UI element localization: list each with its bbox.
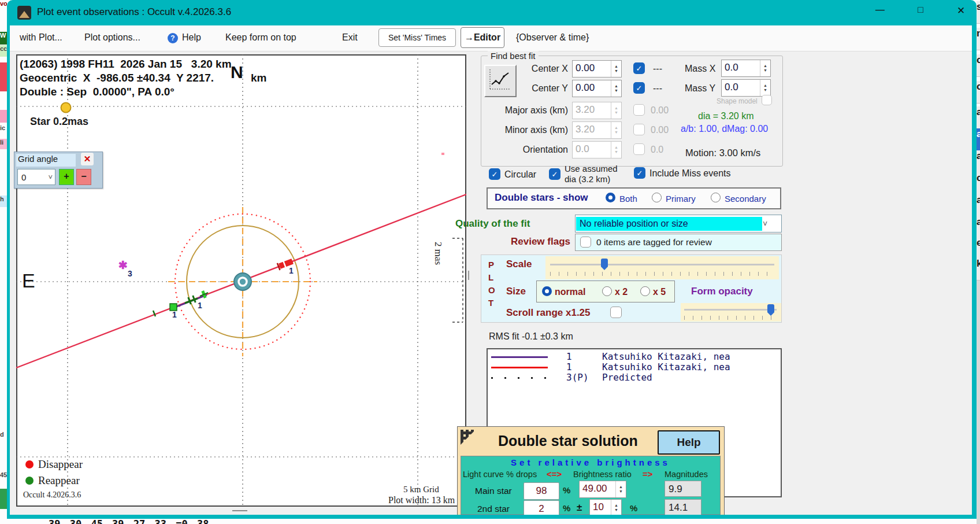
- mass-x-input[interactable]: 0.0 ▲▼: [721, 60, 771, 77]
- use-assumed-checkbox[interactable]: ✓: [549, 168, 560, 180]
- background-window-fragment: [0, 62, 7, 91]
- center-y-label: Center Y: [517, 83, 568, 94]
- major-axis-input[interactable]: 3.20 ▲▼: [572, 102, 622, 119]
- center-y-spinner[interactable]: ▲▼: [611, 80, 621, 97]
- east-label: E: [22, 270, 35, 292]
- minor-axis-checkbox[interactable]: [633, 124, 645, 135]
- background-list-fragment-selected: a: [977, 128, 980, 151]
- background-list-fragment: a: [977, 106, 980, 129]
- size-x5-label: x 5: [653, 287, 666, 297]
- center-marker[interactable]: [234, 273, 251, 290]
- ratio-spinner[interactable]: ▲▼: [615, 481, 626, 497]
- main-star-label: Main star: [475, 486, 512, 496]
- background-list-fragment: [977, 281, 980, 524]
- fit-x-checkbox[interactable]: ✓: [633, 62, 645, 74]
- background-bottom-text: 39 30 45 39 27 33 =0 38: [49, 518, 209, 524]
- grid-angle-minus-button[interactable]: −: [76, 169, 91, 185]
- observation-name: Katsuhiko Kitazaki, nea: [602, 361, 730, 372]
- minimize-icon: —: [875, 5, 885, 14]
- main-drop-input[interactable]: 98: [524, 482, 559, 500]
- include-miss-checkbox[interactable]: ✓: [634, 167, 645, 179]
- background-window-fragment: d: [0, 431, 7, 441]
- background-list-fragment: cl: [977, 81, 980, 104]
- mass-y-spinner[interactable]: ▲▼: [760, 80, 770, 96]
- editor-button[interactable]: →Editor: [461, 27, 504, 48]
- center-x-label: Center X: [517, 64, 568, 74]
- minor-axis-input[interactable]: 3.20 ▲▼: [572, 121, 622, 139]
- reappear-legend-icon: [25, 477, 34, 485]
- resize-grip[interactable]: [232, 510, 247, 511]
- tolerance-spinner[interactable]: ▲▼: [611, 500, 621, 516]
- grid-angle-close-button[interactable]: ✕: [81, 153, 94, 165]
- plot-fit-button[interactable]: [484, 65, 517, 97]
- orientation-spinner[interactable]: ▲▼: [611, 142, 621, 158]
- center-x-input[interactable]: 0.00 ▲▼: [572, 60, 622, 78]
- menu-plot-options[interactable]: Plot options...: [84, 32, 140, 43]
- scale-bar-label: 2 mas: [432, 242, 444, 265]
- brightness-ratio-input[interactable]: 49.00 ▲▼: [579, 481, 626, 498]
- observer3-asterisk-icon[interactable]: ✱: [118, 259, 128, 272]
- x-error-label: ---: [653, 64, 662, 74]
- minor-axis-spinner[interactable]: ▲▼: [611, 122, 621, 138]
- tolerance-input[interactable]: 10 ▲▼: [589, 499, 622, 516]
- double-stars-primary-radio[interactable]: [652, 193, 662, 202]
- splitter-handle[interactable]: [468, 271, 469, 280]
- rms-fit-label: RMS fit -0.1 ±0.3 km: [489, 331, 573, 342]
- review-flags-checkbox[interactable]: [580, 237, 591, 248]
- minimize-button[interactable]: —: [871, 5, 889, 21]
- grid-spacing-label: 5 km Grid: [403, 485, 439, 495]
- mass-x-spinner[interactable]: ▲▼: [760, 60, 770, 76]
- grid-angle-plus-button[interactable]: +: [59, 169, 74, 185]
- close-button[interactable]: ✕: [952, 5, 970, 21]
- opacity-slider-track[interactable]: [684, 309, 777, 311]
- major-axis-spinner[interactable]: ▲▼: [611, 102, 621, 119]
- observation-line-purple: [491, 356, 548, 358]
- plot-double-info: Double : Sep 0.0000", PA 0.0°: [20, 86, 175, 98]
- menu-help[interactable]: Help: [182, 32, 201, 43]
- chord-label: 1: [172, 310, 177, 319]
- arrow-left-right-icon: <=>: [547, 469, 562, 479]
- grid-angle-select[interactable]: 0 ˅: [17, 169, 55, 185]
- form-opacity-label: Form opacity: [691, 286, 753, 297]
- star-marker[interactable]: [61, 103, 71, 113]
- grid-angle-title: Grid angle: [16, 154, 76, 167]
- circular-checkbox[interactable]: ✓: [489, 168, 500, 180]
- set-miss-times-button[interactable]: Set 'Miss' Times: [378, 28, 456, 47]
- background-window-fragment: W: [0, 32, 7, 45]
- fit-y-checkbox[interactable]: ✓: [633, 82, 645, 94]
- center-y-input[interactable]: 0.00 ▲▼: [572, 80, 622, 97]
- mass-y-input[interactable]: 0.0 ▲▼: [721, 79, 771, 97]
- menu-exit[interactable]: Exit: [342, 32, 358, 43]
- help-button[interactable]: Help: [658, 430, 720, 455]
- disappear-legend-icon: [25, 460, 34, 468]
- ratio-column-label: Brightness ratio: [573, 470, 632, 479]
- background-list-fragment: cl: [977, 172, 980, 195]
- double-stars-both-radio[interactable]: [606, 193, 615, 202]
- menu-with-plot[interactable]: with Plot...: [20, 32, 62, 43]
- double-stars-secondary-radio[interactable]: [711, 193, 721, 202]
- size-normal-radio[interactable]: [542, 286, 552, 296]
- orientation-input[interactable]: 0.0 ▲▼: [572, 141, 622, 158]
- plot-geocentric-unit: km: [251, 72, 266, 84]
- background-list-fragment: a: [977, 194, 980, 217]
- size-x5-radio[interactable]: [640, 286, 650, 296]
- background-window-fragment: cc: [0, 45, 7, 57]
- plus-minus-label: ±: [577, 502, 582, 514]
- plot-title: (12063) 1998 FH11 2026 Jan 15 3.20 km: [20, 58, 232, 71]
- scroll-range-checkbox[interactable]: [610, 307, 622, 318]
- size-x2-radio[interactable]: [602, 286, 612, 296]
- major-axis-checkbox[interactable]: [633, 104, 645, 116]
- maximize-button[interactable]: □: [912, 5, 929, 21]
- center-x-spinner[interactable]: ▲▼: [611, 61, 621, 77]
- second-star-label: 2nd star: [477, 504, 510, 514]
- observation-name: Katsuhiko Kitazaki, nea: [602, 351, 730, 362]
- help-icon: ?: [168, 33, 178, 43]
- orientation-checkbox[interactable]: [633, 143, 645, 155]
- chart-icon: [485, 66, 513, 94]
- quality-select[interactable]: No reliable position or size ˅: [575, 215, 782, 233]
- shape-model-checkbox[interactable]: [762, 95, 772, 105]
- circular-label: Circular: [504, 169, 536, 180]
- menu-keep-on-top[interactable]: Keep form on top: [225, 32, 296, 43]
- background-list-fragment: s: [977, 1, 980, 24]
- scale-slider-track[interactable]: [550, 264, 774, 265]
